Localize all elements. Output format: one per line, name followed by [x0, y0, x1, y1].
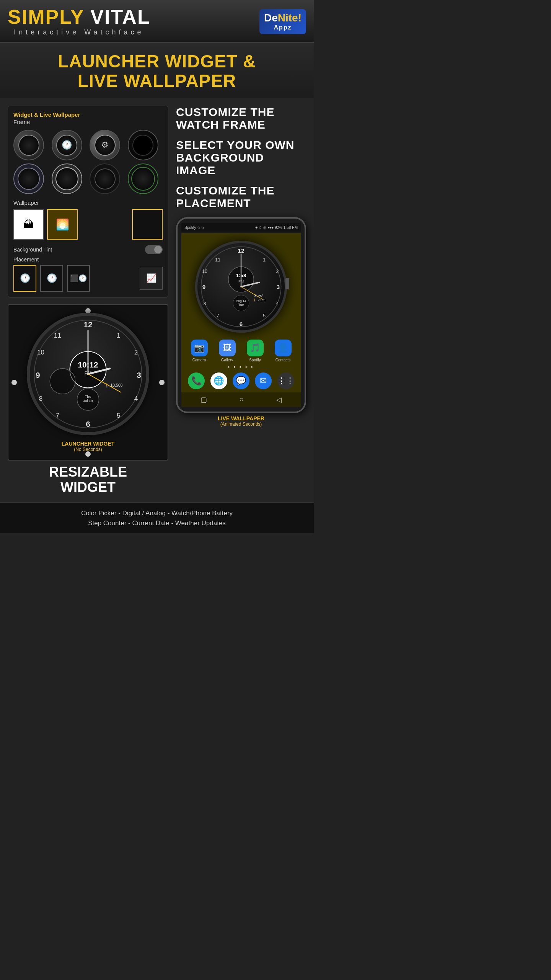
- feature-3: CUSTOMIZE THE PLACEMENT: [176, 184, 306, 209]
- header-title-block: SIMPLY VITAL Interactive Watchface: [8, 7, 150, 36]
- chrome-icon[interactable]: 🌐: [210, 372, 227, 389]
- logo-appz: Appz: [264, 24, 302, 31]
- contacts-label: Contacts: [276, 358, 290, 362]
- status-left: Spotify ☆ ▷: [184, 225, 205, 230]
- frame-inner-6: [55, 167, 78, 190]
- widget-handle-left[interactable]: [11, 380, 17, 385]
- widget-label: LAUNCHER WIDGET: [62, 441, 114, 447]
- mail-icon[interactable]: ✉: [255, 372, 272, 389]
- phone-app-gallery[interactable]: 🖼 Gallery: [219, 340, 236, 362]
- frame-item-2[interactable]: 🕐: [52, 130, 82, 160]
- customize-box: Widget & Live Wallpaper Frame 🕐 ⚙: [8, 106, 168, 297]
- feature-2: SELECT YOUR OWN BACKGROUND IMAGE: [176, 139, 306, 176]
- tint-label: Background Tint: [13, 247, 52, 253]
- wallpaper-empty[interactable]: [132, 209, 163, 240]
- main-content: Widget & Live Wallpaper Frame 🕐 ⚙: [0, 98, 314, 502]
- frame-item-4[interactable]: [128, 130, 158, 160]
- grid-icon[interactable]: ⋮⋮: [277, 372, 294, 389]
- widget-area: 12 3 6 9 1 2 4 5 7 8 10 11 10:12 PM: [8, 304, 168, 461]
- svg-text:11: 11: [215, 257, 220, 263]
- frame-item-7[interactable]: [90, 163, 120, 194]
- frame-item-1[interactable]: [13, 130, 44, 160]
- clock-icon-2: 🕐: [62, 140, 72, 150]
- banner-line2: LIVE WALLPAPER: [78, 71, 236, 91]
- phone-icon[interactable]: 📞: [188, 372, 205, 389]
- phone-nav-bar: ▢ ○ ◁: [181, 392, 301, 407]
- phone-dots: ● ● ● ● ●: [181, 365, 301, 369]
- svg-text:2: 2: [276, 269, 279, 274]
- live-wallpaper-sublabel: (Animated Seconds): [176, 421, 306, 427]
- frame-inner-7: [95, 168, 116, 189]
- svg-text:3: 3: [137, 371, 141, 379]
- svg-text:Jul 19: Jul 19: [83, 399, 93, 403]
- svg-text:1: 1: [117, 332, 121, 339]
- phone-status-bar: Spotify ☆ ▷ ✦ ☾ ◎ ▾▾▾ 92% 1:58 PM: [181, 223, 301, 232]
- customize-box-label: Widget & Live Wallpaper: [13, 111, 163, 118]
- banner-title: LAUNCHER WIDGET & LIVE WALLPAPER: [8, 52, 306, 90]
- frame-inner-2: 🕐: [56, 135, 77, 156]
- frame-item-3[interactable]: ⚙: [90, 130, 120, 160]
- placement-item-3[interactable]: ⬛🕐: [67, 265, 90, 292]
- svg-text:12: 12: [83, 320, 92, 329]
- app-header: SIMPLY VITAL Interactive Watchface DeNit…: [0, 0, 314, 42]
- live-wallpaper-label: LIVE WALLPAPER: [176, 415, 306, 421]
- svg-text:11: 11: [54, 332, 61, 339]
- frame-inner-3: ⚙: [95, 135, 116, 156]
- frame-item-6[interactable]: [52, 163, 82, 194]
- phone-watch-svg: 12 3 6 9 1 2 4 5 7 8 10 11 1:5: [197, 243, 285, 330]
- wallpaper-item-1[interactable]: 🏔: [13, 209, 44, 240]
- wallpaper-row: 🏔 🌅: [13, 209, 163, 240]
- camera-label: Camera: [192, 358, 206, 362]
- svg-text:3: 3: [277, 284, 280, 290]
- widget-clock-face: 12 3 6 9 1 2 4 5 7 8 10 11 10:12 PM: [27, 313, 149, 435]
- gallery-icon: 🖼: [219, 340, 236, 356]
- frame-grid: 🕐 ⚙: [13, 130, 163, 194]
- nav-triangle[interactable]: ◁: [276, 395, 282, 404]
- phone-app-camera[interactable]: 📷 Camera: [191, 340, 208, 362]
- placement-photo[interactable]: 📈: [140, 267, 163, 290]
- widget-handle-bottom[interactable]: [85, 451, 91, 457]
- brand-logo: DeNite! Appz: [259, 9, 306, 34]
- svg-text:9: 9: [36, 371, 40, 379]
- svg-text:12: 12: [238, 247, 245, 254]
- footer-line1: Color Picker - Digital / Analog - Watch/…: [8, 508, 306, 518]
- phone-screen: 12 3 6 9 1 2 4 5 7 8 10 11 1:5: [181, 233, 301, 407]
- phone-app-spotify[interactable]: 🎵 Spotify: [247, 340, 264, 362]
- right-panel: CUSTOMIZE THE WATCH FRAME SELECT YOUR OW…: [176, 106, 306, 495]
- widget-handle-right[interactable]: [159, 380, 165, 385]
- frame-inner-5: [18, 168, 40, 190]
- logo-excl: e!: [292, 12, 302, 24]
- frame-label: Frame: [13, 119, 163, 125]
- nav-square[interactable]: ▢: [201, 395, 207, 404]
- phone-watch-crown: [285, 278, 289, 289]
- background-tint-toggle[interactable]: [145, 245, 163, 254]
- frame-item-8[interactable]: [128, 163, 158, 194]
- gallery-label: Gallery: [221, 358, 233, 362]
- frame-item-5[interactable]: [13, 163, 44, 194]
- placement-item-2[interactable]: 🕐: [40, 265, 63, 292]
- resizable-label: RESIZABLE WIDGET: [8, 464, 168, 495]
- svg-text:6: 6: [86, 420, 90, 428]
- svg-text:🚶 2,521: 🚶 2,521: [253, 298, 266, 302]
- svg-text:1: 1: [263, 257, 266, 263]
- tint-row: Background Tint: [13, 245, 163, 254]
- placement-item-1[interactable]: 🕐: [13, 265, 36, 292]
- svg-point-22: [50, 369, 75, 394]
- messages-icon[interactable]: 💬: [233, 372, 249, 389]
- svg-text:10: 10: [37, 349, 44, 356]
- phone-app-contacts[interactable]: 👤 Contacts: [275, 340, 292, 362]
- nav-circle[interactable]: ○: [240, 395, 244, 404]
- svg-text:Thu: Thu: [85, 394, 91, 399]
- wallpaper-item-2[interactable]: 🌅: [47, 209, 78, 240]
- feature-title-3: CUSTOMIZE THE PLACEMENT: [176, 184, 306, 209]
- logo-nite: Nit: [278, 12, 292, 24]
- resizable-line2: WIDGET: [60, 479, 116, 495]
- svg-text:10: 10: [202, 269, 207, 274]
- svg-text:Tue: Tue: [238, 303, 244, 307]
- svg-text:9: 9: [202, 284, 205, 290]
- frame-inner-4: [132, 135, 153, 156]
- svg-text:🚶 10,568: 🚶 10,568: [104, 383, 123, 388]
- svg-text:8: 8: [39, 395, 43, 402]
- svg-text:7: 7: [55, 412, 59, 419]
- svg-text:4: 4: [276, 301, 279, 306]
